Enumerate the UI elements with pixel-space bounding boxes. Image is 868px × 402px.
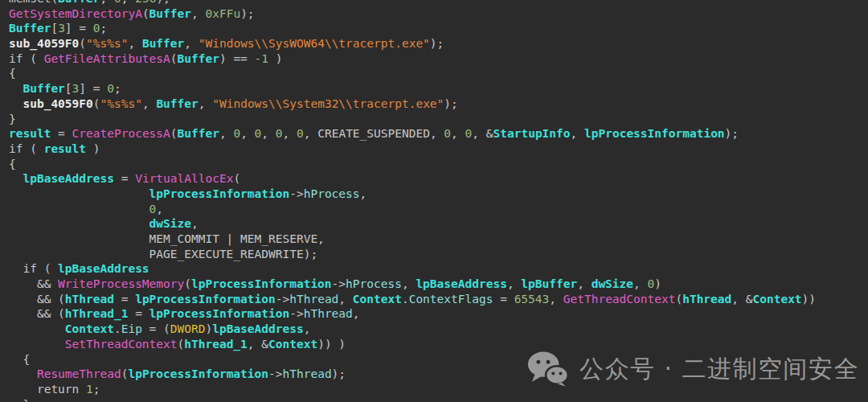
code-line[interactable]: Context.Eip = (DWORD)lpBaseAddress, bbox=[9, 322, 816, 337]
code-token bbox=[9, 322, 65, 335]
code-line[interactable]: } bbox=[9, 397, 816, 402]
code-token: lpProcessInformation bbox=[584, 127, 725, 140]
pseudocode-area[interactable]: memset(Buffer, 0, 256);GetSystemDirector… bbox=[9, 0, 816, 402]
code-token: ) bbox=[268, 52, 282, 65]
code-token: Context bbox=[268, 338, 317, 351]
code-line[interactable]: lpBaseAddress = VirtualAllocEx( bbox=[9, 171, 816, 187]
code-token: , & bbox=[472, 127, 493, 140]
code-token: Buffer bbox=[178, 52, 219, 65]
code-token: ( bbox=[184, 277, 191, 290]
code-token: , bbox=[121, 0, 135, 5]
code-line[interactable]: { bbox=[9, 157, 816, 172]
code-line[interactable]: MEM_COMMIT | MEM_RESERVE, bbox=[9, 232, 816, 247]
code-token: , bbox=[304, 322, 311, 335]
code-line[interactable]: { bbox=[9, 66, 816, 81]
code-token: = bbox=[114, 293, 135, 306]
code-token: , bbox=[360, 187, 367, 200]
code-token: memset( bbox=[9, 0, 58, 5]
code-token: 3 bbox=[58, 22, 65, 35]
code-token: "%s%s" bbox=[100, 97, 142, 110]
code-token: , bbox=[451, 127, 465, 140]
code-token: } bbox=[9, 398, 30, 402]
code-token: ( bbox=[170, 52, 178, 65]
code-token: GetSystemDirectoryA bbox=[9, 7, 142, 20]
code-token bbox=[9, 203, 149, 215]
code-line[interactable]: dwSize, bbox=[9, 216, 816, 232]
code-line[interactable]: Buffer[3] = 0; bbox=[9, 21, 816, 36]
code-line[interactable]: if ( result ) bbox=[9, 142, 816, 157]
code-token: lpProcessInformation bbox=[191, 277, 332, 290]
code-token: . bbox=[402, 293, 409, 306]
code-token: ( bbox=[675, 293, 682, 306]
code-token: VirtualAllocEx bbox=[135, 172, 233, 185]
code-token: , bbox=[549, 293, 563, 306]
code-token: Buffer bbox=[178, 127, 219, 140]
wechat-icon bbox=[527, 351, 569, 388]
code-token: lpProcessInformation bbox=[135, 293, 276, 306]
code-line[interactable]: sub_4059F0("%s%s", Buffer, "Windows\\Sys… bbox=[9, 36, 816, 51]
code-token: { bbox=[9, 158, 16, 170]
code-line[interactable]: } bbox=[9, 112, 816, 127]
code-token: CreateProcessA bbox=[72, 127, 170, 140]
code-token: -> bbox=[276, 293, 289, 306]
code-token: 0 bbox=[276, 127, 283, 140]
code-token: [ bbox=[65, 82, 72, 95]
code-token: = bbox=[493, 293, 514, 306]
code-token: GetThreadContext bbox=[563, 293, 676, 306]
code-token: , & bbox=[248, 338, 268, 351]
code-token: , bbox=[199, 97, 212, 110]
code-token: Context bbox=[353, 293, 402, 306]
code-token: StartupInfo bbox=[493, 127, 571, 140]
code-token: )) ) bbox=[317, 338, 346, 351]
code-token: ) == bbox=[219, 52, 255, 65]
code-line[interactable]: && (hThread_1 = lpProcessInformation->hT… bbox=[9, 306, 816, 322]
code-line[interactable]: memset(Buffer, 0, 256); bbox=[9, 0, 816, 6]
code-line[interactable]: && (hThread = lpProcessInformation->hThr… bbox=[9, 292, 816, 307]
code-token: hThread bbox=[289, 293, 338, 306]
code-line[interactable]: lpProcessInformation->hProcess, bbox=[9, 187, 816, 202]
code-token: 0 bbox=[114, 0, 121, 5]
code-line[interactable]: sub_4059F0("%s%s", Buffer, "Windows\\Sys… bbox=[9, 96, 816, 112]
code-token: , bbox=[191, 217, 199, 230]
code-token: dwSize bbox=[592, 277, 633, 290]
code-line[interactable]: if ( GetFileAttributesA(Buffer) == -1 ) bbox=[9, 51, 816, 67]
code-token: Buffer bbox=[23, 82, 64, 95]
code-token: ) bbox=[86, 142, 100, 155]
code-token: ; bbox=[100, 22, 108, 35]
code-token: , bbox=[633, 277, 647, 290]
code-token: Eip bbox=[121, 322, 142, 335]
code-token: ResumeThread bbox=[37, 367, 121, 380]
code-line[interactable]: Buffer[3] = 0; bbox=[9, 81, 816, 96]
code-token: lpBaseAddress bbox=[416, 277, 507, 290]
code-token: result bbox=[9, 127, 51, 140]
code-token: ( bbox=[178, 338, 185, 351]
code-token: hThread bbox=[283, 367, 332, 380]
code-token: , bbox=[128, 37, 141, 50]
code-token: , bbox=[100, 0, 114, 5]
code-token: , bbox=[283, 127, 297, 140]
code-token: ( bbox=[79, 37, 86, 50]
code-line[interactable]: result = CreateProcessA(Buffer, 0, 0, 0,… bbox=[9, 126, 816, 142]
watermark-text: 公众号 · 二进制空间安全 bbox=[579, 353, 859, 386]
code-token: { bbox=[9, 67, 16, 80]
code-line[interactable]: && WriteProcessMemory(lpProcessInformati… bbox=[9, 277, 816, 292]
code-token: ) bbox=[654, 277, 661, 290]
code-token: , bbox=[142, 97, 156, 110]
code-token: , bbox=[571, 127, 584, 140]
code-token: 256 bbox=[135, 0, 156, 5]
code-token: MEM_COMMIT | MEM_RESERVE, bbox=[9, 232, 325, 245]
code-token: ); bbox=[430, 37, 444, 50]
code-token: = bbox=[51, 127, 72, 140]
code-token: result bbox=[44, 142, 86, 155]
code-token: lpBaseAddress bbox=[23, 172, 114, 185]
code-token: Buffer bbox=[142, 37, 184, 50]
code-token: ( bbox=[170, 127, 178, 140]
code-line[interactable]: 0, bbox=[9, 202, 816, 217]
code-token: ( bbox=[142, 7, 149, 20]
code-token: 0xFFu bbox=[205, 7, 240, 20]
code-line[interactable]: if ( lpBaseAddress bbox=[9, 261, 816, 277]
code-line[interactable]: GetSystemDirectoryA(Buffer, 0xFFu); bbox=[9, 6, 816, 22]
code-line[interactable]: PAGE_EXECUTE_READWRITE); bbox=[9, 247, 816, 262]
code-token: hThread bbox=[304, 307, 353, 320]
code-token bbox=[9, 82, 23, 95]
